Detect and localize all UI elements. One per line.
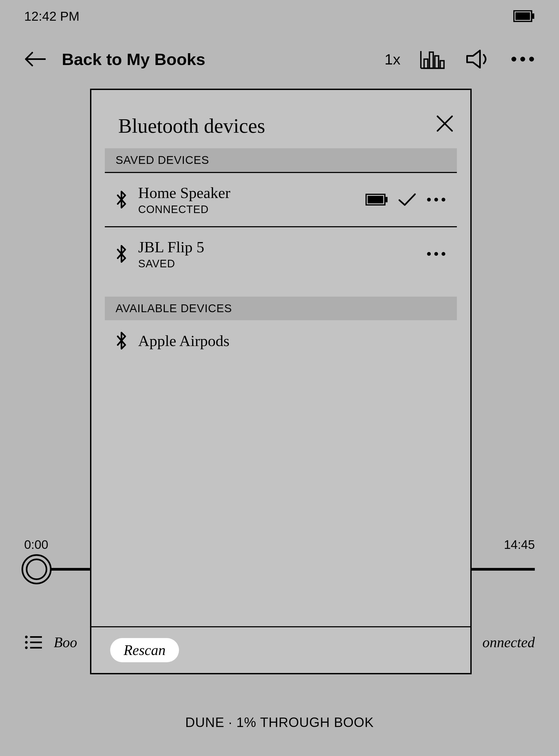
time-remaining: 14:45: [504, 537, 535, 552]
device-status: SAVED: [138, 258, 416, 270]
svg-rect-4: [429, 52, 433, 68]
progress-thumb[interactable]: [22, 554, 51, 584]
device-name: Home Speaker: [138, 184, 355, 202]
svg-rect-1: [532, 14, 534, 19]
equalizer-icon[interactable]: [419, 48, 446, 70]
device-name: Apple Airpods: [138, 332, 446, 350]
bottom-left-text: Boo: [54, 634, 77, 651]
book-progress-footer: DUNE · 1% THROUGH BOOK: [0, 715, 559, 730]
modal-title: Bluetooth devices: [118, 114, 265, 138]
svg-point-12: [25, 646, 28, 649]
speaker-icon[interactable]: [465, 48, 492, 70]
svg-point-24: [442, 252, 445, 256]
svg-rect-3: [424, 59, 428, 68]
battery-icon: [513, 10, 535, 22]
saved-devices-header: SAVED DEVICES: [105, 148, 457, 173]
svg-point-9: [529, 57, 534, 62]
battery-icon: [365, 194, 388, 206]
check-icon: [398, 192, 417, 207]
available-devices-header: AVAILABLE DEVICES: [105, 297, 457, 320]
time-elapsed: 0:00: [24, 537, 48, 552]
svg-point-10: [25, 636, 28, 638]
svg-point-20: [434, 198, 438, 202]
svg-point-7: [511, 57, 516, 62]
page-title[interactable]: Back to My Books: [62, 50, 368, 69]
svg-rect-17: [385, 197, 387, 202]
svg-point-19: [427, 198, 431, 202]
close-icon[interactable]: [435, 114, 454, 133]
svg-point-21: [442, 198, 445, 202]
svg-rect-2: [515, 13, 530, 20]
bottom-right-text: onnected: [483, 634, 535, 651]
svg-rect-5: [435, 56, 439, 68]
device-row[interactable]: Apple Airpods: [105, 320, 457, 361]
back-arrow-icon[interactable]: [24, 51, 46, 67]
status-time: 12:42 PM: [24, 9, 79, 24]
bluetooth-icon: [116, 190, 127, 209]
more-icon[interactable]: [511, 56, 535, 62]
bluetooth-modal: Bluetooth devices SAVED DEVICES Home Spe…: [90, 89, 472, 674]
bluetooth-icon: [116, 331, 127, 350]
svg-point-22: [427, 252, 431, 256]
svg-point-23: [434, 252, 438, 256]
svg-rect-18: [368, 196, 383, 203]
playback-speed[interactable]: 1x: [385, 50, 400, 68]
device-name: JBL Flip 5: [138, 238, 416, 256]
device-row[interactable]: JBL Flip 5 SAVED: [105, 227, 457, 280]
device-more-icon[interactable]: [426, 197, 446, 202]
svg-point-11: [25, 641, 28, 644]
rescan-button[interactable]: Rescan: [110, 638, 179, 662]
svg-point-8: [520, 57, 525, 62]
svg-rect-6: [440, 61, 444, 68]
device-more-icon[interactable]: [426, 251, 446, 257]
bluetooth-icon: [116, 244, 127, 264]
list-icon[interactable]: [24, 634, 43, 650]
device-status: CONNECTED: [138, 203, 355, 215]
device-row[interactable]: Home Speaker CONNECTED: [105, 173, 457, 227]
